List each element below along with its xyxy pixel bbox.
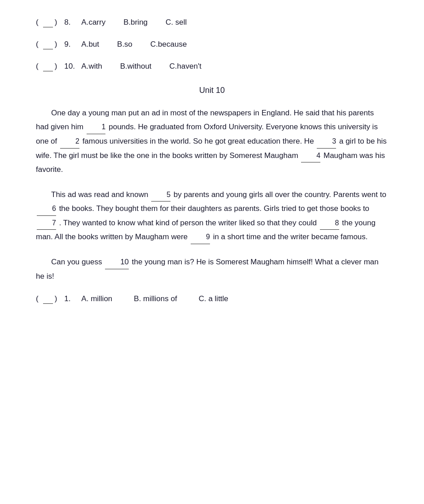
blank-7: 7 bbox=[37, 216, 56, 230]
bottom-answer-blank bbox=[43, 294, 53, 304]
paren-right-8: ) bbox=[55, 18, 57, 27]
paren-right-9: ) bbox=[55, 40, 57, 49]
paren-left-9: ( bbox=[36, 40, 39, 49]
bottom-paren-right: ) bbox=[55, 294, 57, 303]
p2-text-4: . They wanted to know what kind of perso… bbox=[59, 219, 317, 227]
answer-blank-9 bbox=[43, 40, 53, 49]
p2-text-6: in a short time and the writer became fa… bbox=[213, 232, 368, 241]
options-8: A.carry B.bring C. sell bbox=[81, 18, 187, 27]
paren-left-10: ( bbox=[36, 62, 39, 71]
bottom-option-b: B. millions of bbox=[134, 294, 177, 303]
blank-1: 1 bbox=[87, 120, 106, 134]
q-number-10: 10. bbox=[64, 62, 77, 71]
question-8: ( ) 8. A.carry B.bring C. sell bbox=[36, 18, 388, 27]
option-9a: A.but bbox=[81, 40, 99, 49]
blank-6: 6 bbox=[37, 202, 56, 216]
unit-title: Unit 10 bbox=[36, 86, 388, 95]
paragraph-2: This ad was read and known 5 by parents … bbox=[36, 188, 388, 244]
option-9b: B.so bbox=[117, 40, 132, 49]
blank-5: 5 bbox=[151, 188, 170, 202]
paragraph-1: One day a young man put an ad in most of… bbox=[36, 106, 388, 177]
option-10c: C.haven't bbox=[170, 62, 201, 71]
option-8b: B.bring bbox=[123, 18, 148, 27]
paren-right-10: ) bbox=[55, 62, 57, 71]
bottom-option-c: C. a little bbox=[199, 294, 228, 303]
blank-3: 3 bbox=[317, 135, 336, 149]
q-number-9: 9. bbox=[64, 40, 77, 49]
paragraph-3: Can you guess 10 the young man is? He is… bbox=[36, 255, 388, 284]
answer-blank-8 bbox=[43, 18, 53, 27]
q-number-8: 8. bbox=[64, 18, 77, 27]
options-9: A.but B.so C.because bbox=[81, 40, 187, 49]
bottom-question-1: ( ) 1. A. million B. millions of C. a li… bbox=[36, 294, 388, 304]
option-8c: C. sell bbox=[166, 18, 187, 27]
blank-8: 8 bbox=[320, 216, 339, 230]
bottom-options: A. million B. millions of C. a little bbox=[81, 294, 228, 303]
p2-text-3: the books. They bought them for their da… bbox=[59, 204, 369, 213]
passage: One day a young man put an ad in most of… bbox=[36, 106, 388, 284]
options-10: A.with B.without C.haven't bbox=[81, 62, 201, 71]
bottom-paren-left: ( bbox=[36, 294, 39, 303]
blank-2: 2 bbox=[60, 135, 79, 149]
option-10a: A.with bbox=[81, 62, 102, 71]
p1-text-3: famous universities in the world. So he … bbox=[83, 137, 314, 145]
p3-text-start: Can you guess bbox=[51, 258, 102, 266]
blank-4: 4 bbox=[301, 149, 320, 163]
question-10: ( ) 10. A.with B.without C.haven't bbox=[36, 62, 388, 71]
bottom-option-a: A. million bbox=[81, 294, 112, 303]
paren-left-8: ( bbox=[36, 18, 39, 27]
answer-blank-10 bbox=[43, 62, 53, 71]
blank-9: 9 bbox=[191, 230, 210, 244]
option-10b: B.without bbox=[120, 62, 152, 71]
p2-text-2: by parents and young girls all over the … bbox=[174, 190, 386, 199]
bottom-q-number: 1. bbox=[64, 294, 77, 303]
question-9: ( ) 9. A.but B.so C.because bbox=[36, 40, 388, 49]
option-9c: C.because bbox=[150, 40, 187, 49]
p2-text-start: This ad was read and known bbox=[51, 190, 148, 199]
option-8a: A.carry bbox=[81, 18, 105, 27]
blank-10: 10 bbox=[105, 255, 129, 269]
